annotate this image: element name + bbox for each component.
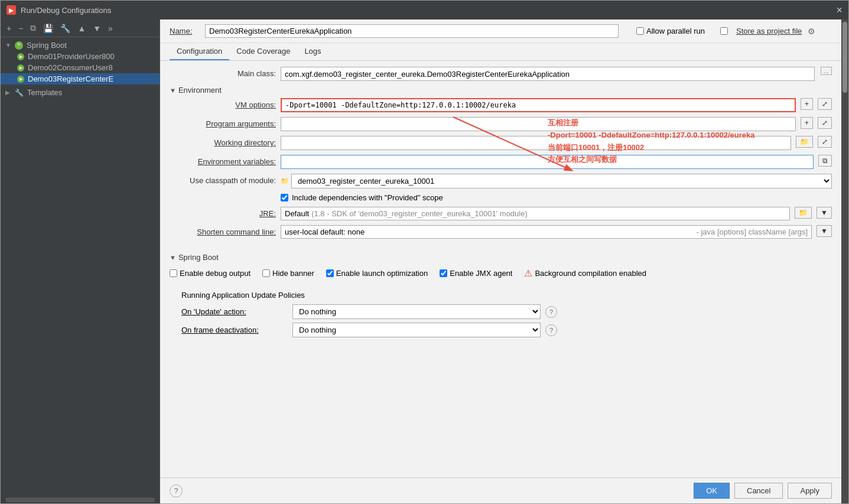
springboot-group-label: Spring Boot [27,41,67,50]
debug-output-label: Enable debug output [180,269,251,278]
launch-opt-label: Enable launch optimization [336,269,428,278]
save-config-button[interactable]: 💾 [41,22,56,34]
sidebar-item-label-2: Demo02ConsumerUser8 [28,63,113,72]
apply-button[interactable]: Apply [788,483,832,499]
update-action-select[interactable]: Do nothing Update classes and resources … [292,304,541,319]
bottom-right: OK Cancel Apply [694,483,832,499]
sidebar-item-label-3: Demo03RegisterCenterE [28,74,113,83]
shorten-cmd-dropdown-button[interactable]: ▼ [817,225,832,237]
vm-options-row: VM options: + ⤢ [170,98,832,112]
title-bar-left: ▶ Run/Debug Configurations [6,5,111,15]
main-class-row: Main class: ... [170,67,832,81]
tab-logs[interactable]: Logs [297,43,328,60]
tab-code-coverage[interactable]: Code Coverage [229,43,297,60]
move-down-button[interactable]: ▼ [90,22,103,34]
tab-bar: Configuration Code Coverage Logs [160,43,841,61]
include-deps-checkbox[interactable] [281,194,288,201]
parallel-run-check[interactable]: Allow parallel run [636,27,705,35]
include-deps-check[interactable]: Include dependencies with "Provided" sco… [281,193,443,202]
settings-config-button[interactable]: 🔧 [58,22,73,34]
update-action-help-button[interactable]: ? [545,306,557,318]
program-args-expand-button[interactable]: ⤢ [818,117,832,129]
hide-banner-option[interactable]: Hide banner [262,269,314,278]
environment-label: Environment [178,86,222,95]
cancel-button[interactable]: Cancel [734,483,783,499]
store-label: Store as project file [736,27,802,35]
move-up-button[interactable]: ▲ [75,22,88,34]
working-dir-label: Working directory: [170,136,276,147]
app-icon: ▶ [6,5,16,15]
debug-output-option[interactable]: Enable debug output [170,269,251,278]
bg-compile-container: ⚠ Background compilation enabled [524,268,646,279]
expand-icon: ▼ [5,42,12,48]
vm-options-input[interactable] [281,98,796,112]
working-dir-browse-button[interactable]: 📁 [796,136,813,148]
shorten-cmd-container: user-local default: none - java [options… [281,225,812,239]
ok-button[interactable]: OK [694,483,730,499]
shorten-cmd-row: Shorten command line: user-local default… [170,225,832,239]
jre-container: Default (1.8 - SDK of 'demo03_register_c… [281,207,790,220]
vm-options-expand-button[interactable]: ⤢ [818,98,832,110]
policies-title: Running Application Update Policies [181,291,832,300]
scrollbar-track [841,19,848,503]
gear-button[interactable]: ⚙ [808,27,815,36]
name-label: Name: [170,27,199,35]
program-args-add-button[interactable]: + [801,117,813,129]
launch-opt-checkbox[interactable] [326,269,334,277]
main-class-input[interactable] [281,67,815,81]
store-project-check[interactable]: Store as project file [720,27,802,35]
store-checkbox[interactable] [720,27,728,35]
jre-row: JRE: Default (1.8 - SDK of 'demo03_regis… [170,207,832,220]
frame-deactivation-select[interactable]: Do nothing Update classes and resources … [292,323,541,337]
close-button[interactable]: × [836,5,843,15]
env-vars-browse-button[interactable]: ⧉ [818,155,832,167]
hide-banner-checkbox[interactable] [262,269,270,277]
vm-options-container [281,98,796,112]
templates-label: Templates [27,88,62,97]
parallel-checkbox[interactable] [636,27,644,35]
name-input[interactable] [205,24,619,38]
jre-browse-button[interactable]: 📁 [795,207,812,219]
springboot-options: Enable debug output Hide banner Enable l… [170,265,832,281]
scrollbar-thumb[interactable] [843,22,847,93]
sidebar-item-demo02[interactable]: ▶ Demo02ConsumerUser8 [1,62,160,73]
sidebar-item-demo03[interactable]: ▶ Demo03RegisterCenterE [1,73,160,84]
sidebar-toolbar: + − ⧉ 💾 🔧 ▲ ▼ » [1,19,160,37]
remove-config-button[interactable]: − [16,22,25,34]
bottom-left: ? [170,485,183,498]
classpath-select[interactable]: demo03_register_center_eureka_10001 [291,174,832,188]
debug-output-checkbox[interactable] [170,269,177,277]
title-bar: ▶ Run/Debug Configurations × [1,1,848,19]
module-icon: 📁 [281,177,289,185]
jre-dropdown-button[interactable]: ▼ [817,207,832,219]
environment-arrow: ▼ [170,87,176,94]
sidebar: + − ⧉ 💾 🔧 ▲ ▼ » ▼ 🍃 Spring Boot ▶ [1,19,160,503]
update-action-row: On 'Update' action: Do nothing Update cl… [181,304,832,319]
jmx-option[interactable]: Enable JMX agent [440,269,512,278]
working-dir-expand-button[interactable]: ⤢ [818,136,832,148]
more-button[interactable]: » [106,22,115,34]
templates-group[interactable]: ▶ 🔧 Templates [1,87,160,98]
springboot-icon: 🍃 [15,41,23,50]
help-button[interactable]: ? [170,485,183,498]
sidebar-scrollbar[interactable] [5,498,155,502]
main-class-browse-button[interactable]: ... [821,67,832,75]
sidebar-item-demo01[interactable]: ▶ Demo01ProviderUser800 [1,51,160,62]
environment-section-header[interactable]: ▼ Environment [170,86,832,95]
copy-config-button[interactable]: ⧉ [28,22,38,34]
run-icon-3: ▶ [17,76,24,83]
update-action-label: On 'Update' action: [181,307,288,316]
springboot-section: ▼ Spring Boot Enable debug output Hide b… [170,243,832,286]
include-deps-label: Include dependencies with "Provided" sco… [292,193,443,202]
springboot-group[interactable]: ▼ 🍃 Spring Boot [1,40,160,51]
jmx-checkbox[interactable] [440,269,447,277]
tab-configuration[interactable]: Configuration [170,43,229,60]
springboot-section-header[interactable]: ▼ Spring Boot [170,253,832,262]
add-config-button[interactable]: + [4,22,14,34]
launch-opt-option[interactable]: Enable launch optimization [326,269,428,278]
name-row: Name: Allow parallel run Store as projec… [160,19,841,43]
frame-deactivation-label: On frame deactivation: [181,326,288,334]
frame-deactivation-help-button[interactable]: ? [545,324,557,336]
vm-options-add-button[interactable]: + [801,98,813,110]
bg-compile-label: Background compilation enabled [535,269,646,278]
